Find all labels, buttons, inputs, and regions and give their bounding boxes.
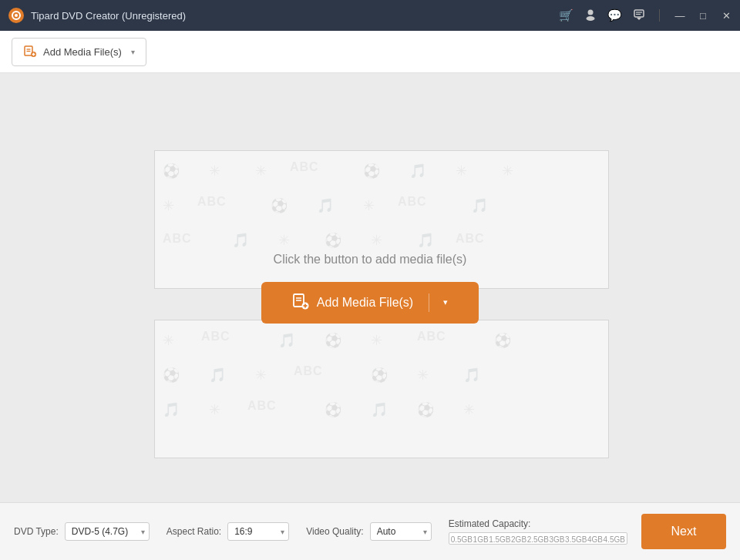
capacity-section: Estimated Capacity: 0.5GB 1GB 1.5GB 2GB … xyxy=(449,518,627,545)
wm-icon: ⚽ xyxy=(325,332,341,349)
minimize-button[interactable]: — xyxy=(674,9,686,22)
wm-text: ABC xyxy=(398,195,427,209)
watermark-box-bottom: ✳ ABC 🎵 ⚽ ✳ ABC ⚽ ⚽ 🎵 ✳ ABC ⚽ ✳ 🎵 🎵 ✳ AB… xyxy=(154,320,609,458)
cap-tick-2: 1GB xyxy=(473,535,489,544)
center-overlay: Click the button to add media file(s) Ad… xyxy=(261,253,479,324)
app-logo xyxy=(8,7,25,24)
big-add-media-icon xyxy=(292,293,309,313)
wm-icon: ⚽ xyxy=(371,367,388,384)
support-icon[interactable] xyxy=(633,8,645,23)
wm-icon: 🎵 xyxy=(409,163,426,179)
next-button[interactable]: Next xyxy=(641,514,726,549)
cap-tick-7: 3.5GB xyxy=(565,535,587,544)
wm-icon: 🎵 xyxy=(471,197,488,214)
dropdown-arrow-icon: ▾ xyxy=(131,48,135,56)
capacity-ticks: 0.5GB 1GB 1.5GB 2GB 2.5GB 3GB 3.5GB 4GB … xyxy=(449,533,627,545)
button-separator xyxy=(429,293,429,312)
dvd-type-group: DVD Type: DVD-5 (4.7G) DVD-9 (8.5G) xyxy=(14,522,150,541)
wm-icon: ⚽ xyxy=(494,332,511,349)
video-quality-select-wrapper: Auto High Medium Low xyxy=(370,522,432,541)
wm-text: ABC xyxy=(294,364,323,378)
cart-icon[interactable]: 🛒 xyxy=(559,8,574,22)
cap-tick-3: 1.5GB xyxy=(489,535,510,544)
wm-icon: 🎵 xyxy=(417,232,434,249)
main-area: ⚽ ✳ ✳ ABC ⚽ 🎵 ✳ ✳ ✳ ABC ⚽ 🎵 ✳ ABC 🎵 ABC … xyxy=(0,73,740,502)
wm-icon: ✳ xyxy=(255,367,267,384)
cap-tick-9: 4.5GB xyxy=(604,535,625,544)
wm-icon: 🎵 xyxy=(232,232,249,249)
wm-icon: ✳ xyxy=(278,232,290,249)
estimated-capacity-label: Estimated Capacity: xyxy=(449,518,531,529)
dvd-type-label: DVD Type: xyxy=(14,526,59,537)
cap-tick-5: 2.5GB xyxy=(527,535,549,544)
titlebar-controls: 🛒 💬 — □ ✕ xyxy=(559,8,732,23)
wm-text: ABC xyxy=(163,232,192,246)
wm-icon: 🎵 xyxy=(278,332,295,349)
capacity-bar: 0.5GB 1GB 1.5GB 2GB 2.5GB 3GB 3.5GB 4GB … xyxy=(449,532,627,545)
wm-text: ABC xyxy=(247,399,277,413)
restore-button[interactable]: □ xyxy=(697,9,709,22)
wm-icon: ✳ xyxy=(163,197,174,214)
cap-tick-8: 4GB xyxy=(587,535,603,544)
video-quality-select[interactable]: Auto High Medium Low xyxy=(370,522,432,541)
wm-icon: ✳ xyxy=(417,367,429,384)
wm-text: ABC xyxy=(456,232,485,246)
svg-point-2 xyxy=(15,14,18,17)
wm-icon: 🎵 xyxy=(371,401,388,418)
cap-tick-4: 2GB xyxy=(511,535,526,544)
big-add-media-button[interactable]: Add Media File(s) ▾ xyxy=(261,282,479,324)
wm-icon: ⚽ xyxy=(271,197,288,214)
close-button[interactable]: ✕ xyxy=(720,9,732,22)
wm-text: ABC xyxy=(201,330,230,344)
click-prompt: Click the button to add media file(s) xyxy=(274,253,467,267)
wm-icon: ✳ xyxy=(502,163,513,179)
capacity-row: Estimated Capacity: xyxy=(449,518,627,529)
user-icon[interactable] xyxy=(584,8,597,23)
wm-text: ABC xyxy=(290,160,319,174)
add-media-icon xyxy=(23,44,37,60)
wm-icon: 🎵 xyxy=(463,367,480,384)
svg-marker-8 xyxy=(637,18,641,20)
app-title: Tipard DVD Creator (Unregistered) xyxy=(31,10,186,22)
chat-icon[interactable]: 💬 xyxy=(607,8,622,22)
svg-point-4 xyxy=(587,16,595,21)
wm-text: ABC xyxy=(197,195,227,209)
aspect-ratio-select-wrapper: 16:9 4:3 xyxy=(227,522,289,541)
wm-icon: ⚽ xyxy=(417,401,434,418)
video-quality-group: Video Quality: Auto High Medium Low xyxy=(306,522,432,541)
dvd-type-select-wrapper: DVD-5 (4.7G) DVD-9 (8.5G) xyxy=(65,522,150,541)
wm-text: ABC xyxy=(417,330,446,344)
wm-icon: 🎵 xyxy=(163,401,180,418)
wm-icon: ⚽ xyxy=(163,163,180,179)
wm-icon: ✳ xyxy=(456,163,467,179)
video-quality-label: Video Quality: xyxy=(306,526,364,537)
wm-icon: 🎵 xyxy=(317,197,334,214)
wm-icon: ✳ xyxy=(163,332,174,349)
dvd-type-select[interactable]: DVD-5 (4.7G) DVD-9 (8.5G) xyxy=(65,522,150,541)
titlebar-left: Tipard DVD Creator (Unregistered) xyxy=(8,7,186,24)
cap-tick-1: 0.5GB xyxy=(451,535,473,544)
wm-icon: ⚽ xyxy=(325,232,341,249)
wm-icon: ✳ xyxy=(371,232,382,249)
toolbar: Add Media File(s) ▾ xyxy=(0,31,740,73)
cap-tick-6: 3GB xyxy=(550,535,565,544)
wm-icon: ✳ xyxy=(209,401,220,418)
bottombar: DVD Type: DVD-5 (4.7G) DVD-9 (8.5G) Aspe… xyxy=(0,502,740,560)
big-add-media-label: Add Media File(s) xyxy=(317,296,413,310)
wm-icon: 🎵 xyxy=(209,367,226,384)
titlebar: Tipard DVD Creator (Unregistered) 🛒 💬 — … xyxy=(0,0,740,31)
aspect-ratio-select[interactable]: 16:9 4:3 xyxy=(227,522,289,541)
capacity-bar-background: 0.5GB 1GB 1.5GB 2GB 2.5GB 3GB 3.5GB 4GB … xyxy=(449,532,627,545)
wm-icon: ✳ xyxy=(463,401,475,418)
wm-icon: ⚽ xyxy=(163,367,180,384)
wm-icon: ⚽ xyxy=(325,401,341,418)
aspect-ratio-group: Aspect Ratio: 16:9 4:3 xyxy=(166,522,289,541)
add-media-label: Add Media File(s) xyxy=(43,46,122,58)
wm-icon: ⚽ xyxy=(363,163,380,179)
big-add-dropdown-arrow-icon: ▾ xyxy=(437,297,448,307)
wm-icon: ✳ xyxy=(363,197,375,214)
add-media-button[interactable]: Add Media File(s) ▾ xyxy=(12,38,146,66)
wm-icon: ✳ xyxy=(255,163,267,179)
wm-icon: ✳ xyxy=(371,332,382,349)
watermark-grid-bottom: ✳ ABC 🎵 ⚽ ✳ ABC ⚽ ⚽ 🎵 ✳ ABC ⚽ ✳ 🎵 🎵 ✳ AB… xyxy=(155,320,608,458)
